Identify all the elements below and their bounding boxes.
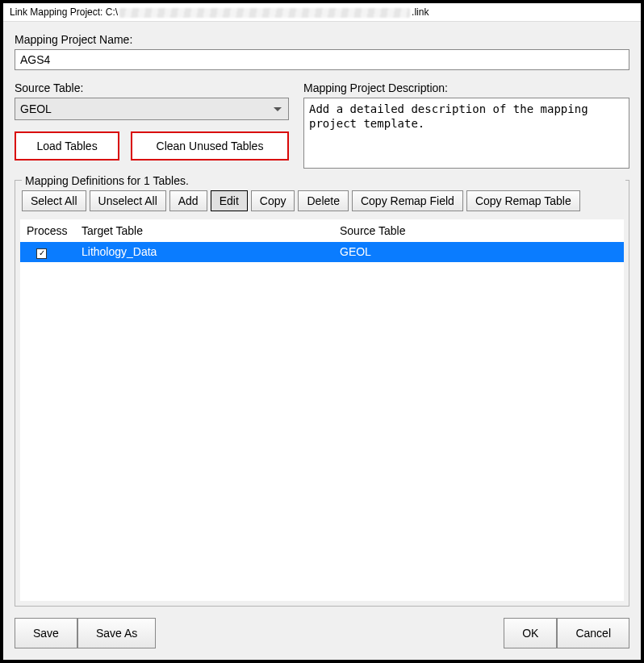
- title-path-masked: [119, 8, 410, 18]
- source-cell: GEOL: [340, 245, 617, 258]
- chevron-down-icon: [274, 107, 282, 111]
- definitions-toolbar: Select All Unselect All Add Edit Copy De…: [20, 190, 624, 211]
- select-all-button[interactable]: Select All: [22, 190, 86, 211]
- content-area: Mapping Project Name: Source Table: GEOL…: [3, 22, 641, 660]
- table-action-row: Load Tables Clean Unused Tables: [15, 131, 289, 161]
- target-cell: Lithology_Data: [82, 245, 340, 258]
- footer-right: OK Cancel: [504, 618, 629, 648]
- copy-button[interactable]: Copy: [251, 190, 295, 211]
- add-button[interactable]: Add: [169, 190, 207, 211]
- copy-remap-field-button[interactable]: Copy Remap Field: [352, 190, 463, 211]
- save-button[interactable]: Save: [15, 618, 77, 648]
- header-process: Process: [27, 224, 82, 237]
- process-cell: ✓: [27, 245, 82, 259]
- source-table-column: Source Table: GEOL Load Tables Clean Unu…: [15, 81, 289, 161]
- window-title-suffix: .link: [412, 6, 429, 18]
- source-table-label: Source Table:: [15, 81, 289, 94]
- fieldset-legend: Mapping Definitions for 1 Tables.: [22, 174, 625, 187]
- edit-button[interactable]: Edit: [211, 190, 248, 211]
- header-source: Source Table: [340, 224, 617, 237]
- delete-button[interactable]: Delete: [298, 190, 348, 211]
- table-empty-area: [20, 262, 624, 602]
- header-target: Target Table: [82, 224, 340, 237]
- source-table-dropdown[interactable]: GEOL: [15, 98, 289, 120]
- footer-left: Save Save As: [15, 618, 156, 648]
- mapping-definitions-fieldset: Mapping Definitions for 1 Tables. Select…: [15, 180, 629, 607]
- project-name-input[interactable]: [15, 49, 629, 70]
- source-table-value: GEOL: [20, 102, 52, 115]
- cancel-button[interactable]: Cancel: [557, 618, 629, 648]
- project-name-label: Mapping Project Name:: [15, 33, 629, 46]
- table-header: Process Target Table Source Table: [20, 219, 624, 242]
- ok-button[interactable]: OK: [504, 618, 557, 648]
- save-as-button[interactable]: Save As: [77, 618, 156, 648]
- copy-remap-table-button[interactable]: Copy Remap Table: [466, 190, 580, 211]
- load-tables-button[interactable]: Load Tables: [15, 131, 119, 161]
- table-row[interactable]: ✓ Lithology_Data GEOL: [20, 242, 624, 262]
- dialog-footer: Save Save As OK Cancel: [15, 615, 629, 648]
- description-label: Mapping Project Description:: [303, 81, 629, 94]
- window-titlebar: Link Mapping Project: C:\.link: [3, 3, 641, 22]
- description-column: Mapping Project Description:: [303, 81, 629, 169]
- process-checkbox[interactable]: ✓: [36, 248, 47, 259]
- window-title-prefix: Link Mapping Project: C:\: [10, 6, 118, 18]
- src-desc-row: Source Table: GEOL Load Tables Clean Unu…: [15, 81, 629, 169]
- definitions-table: Process Target Table Source Table ✓ Lith…: [20, 219, 624, 601]
- clean-unused-tables-button[interactable]: Clean Unused Tables: [131, 131, 289, 161]
- unselect-all-button[interactable]: Unselect All: [90, 190, 166, 211]
- link-mapping-window: Link Mapping Project: C:\.link Mapping P…: [0, 0, 644, 663]
- description-input[interactable]: [303, 98, 629, 169]
